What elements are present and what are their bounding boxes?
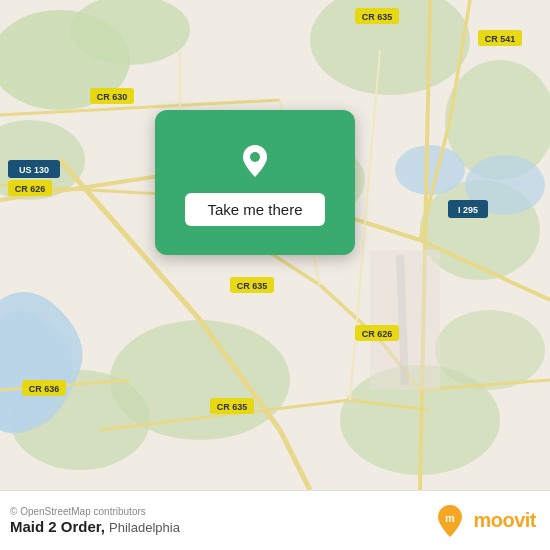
attribution: © OpenStreetMap contributors	[10, 506, 180, 517]
city-name: Philadelphia	[109, 520, 180, 535]
svg-text:m: m	[446, 512, 456, 524]
take-me-there-button[interactable]: Take me there	[185, 193, 324, 226]
svg-point-12	[395, 145, 465, 195]
location-pin-icon	[233, 139, 277, 183]
bottom-bar: © OpenStreetMap contributors Maid 2 Orde…	[0, 490, 550, 550]
bottom-left: © OpenStreetMap contributors Maid 2 Orde…	[10, 506, 180, 535]
moovit-logo: m moovit	[432, 503, 536, 539]
svg-text:CR 635: CR 635	[237, 281, 268, 291]
svg-text:CR 541: CR 541	[485, 34, 516, 44]
moovit-pin-icon: m	[432, 503, 468, 539]
svg-text:CR 636: CR 636	[29, 384, 60, 394]
svg-line-36	[400, 255, 405, 385]
svg-text:CR 626: CR 626	[362, 329, 393, 339]
map-container: US 130 CR 630 CR 626 CR 635 CR 626 I 295…	[0, 0, 550, 490]
svg-point-58	[250, 152, 260, 162]
place-name: Maid 2 Order,	[10, 518, 105, 535]
svg-text:CR 630: CR 630	[97, 92, 128, 102]
svg-text:CR 635: CR 635	[217, 402, 248, 412]
moovit-text: moovit	[473, 509, 536, 532]
card-overlay[interactable]: Take me there	[155, 110, 355, 255]
svg-point-11	[435, 310, 545, 390]
svg-text:I 295: I 295	[458, 205, 478, 215]
svg-text:CR 635: CR 635	[362, 12, 393, 22]
svg-text:US 130: US 130	[19, 165, 49, 175]
svg-text:CR 626: CR 626	[15, 184, 46, 194]
